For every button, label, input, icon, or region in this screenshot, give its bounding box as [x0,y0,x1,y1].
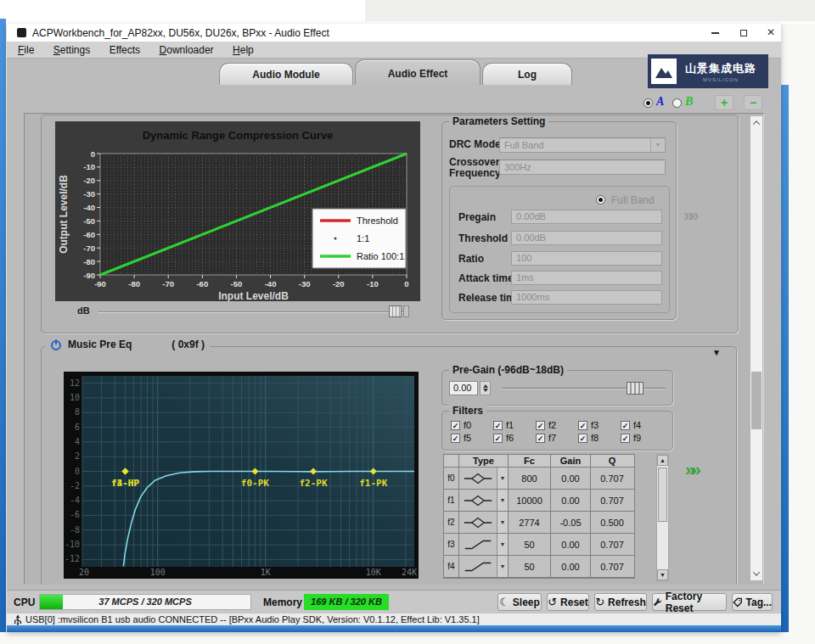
scroll-up-icon[interactable]: ▲ [657,455,668,466]
filter-checkbox-f0[interactable]: ✓f0 [451,420,493,430]
filter-table-scrollbar[interactable]: ▲ ▼ [656,454,669,581]
filter-gain-cell[interactable]: 0.00 [551,468,591,489]
filter-checkbox-f7[interactable]: ✓f7 [536,433,578,443]
tab-audio-effect[interactable]: Audio Effect [355,59,481,85]
chevron-down-icon[interactable]: ▼ [650,138,665,152]
chevron-down-icon[interactable]: ▼ [497,490,508,511]
filter-fc-cell[interactable]: 2774 [509,512,551,533]
filter-gain-cell[interactable]: 0.00 [551,534,591,555]
filter-q-cell[interactable]: 0.707 [591,556,633,577]
svg-text:-70: -70 [83,244,95,253]
scrollbar-down-button[interactable] [750,567,762,580]
ratio-input[interactable]: 100 [511,251,662,266]
checkbox-checked-icon[interactable]: ✓ [493,434,503,443]
sleep-button[interactable]: ☾ Sleep [497,593,542,611]
svg-text:-50: -50 [83,216,95,226]
db-slider-track[interactable] [98,311,409,312]
filter-type-select[interactable]: ▼ [459,468,509,489]
filter-checkbox-f9[interactable]: ✓f9 [621,433,663,443]
checkbox-checked-icon[interactable]: ✓ [578,421,587,430]
filter-q-cell[interactable]: 0.707 [591,490,633,511]
menu-downloader[interactable]: Downloader [152,42,222,59]
checkbox-checked-icon[interactable]: ✓ [451,434,460,443]
release-time-input[interactable]: 1000ms [511,290,662,305]
checkbox-checked-icon[interactable]: ✓ [621,434,630,443]
status-text: USB[0] :mvsilicon B1 usb audio CONNECTED… [25,614,480,624]
content-scrollbar[interactable] [750,116,762,580]
menu-help[interactable]: Help [225,42,261,59]
filter-gain-cell[interactable]: 0.00 [551,556,591,577]
pregain-input[interactable]: 0.00dB [511,210,662,224]
reset-button[interactable]: ↺ Reset [547,593,589,611]
filter-checkbox-f2[interactable]: ✓f2 [536,420,578,430]
preset-b-radio[interactable] [672,98,682,108]
threshold-input[interactable]: 0.00dB [511,231,662,245]
stepper-up-icon[interactable] [483,384,488,388]
chevron-down-icon[interactable]: ▼ [497,468,508,489]
content-scroll-thumb[interactable] [751,372,762,429]
attack-time-input[interactable]: 1ms [511,271,662,285]
band-parameters-box: Full Band Pregain 0.00dB Threshold 0.00d… [449,186,670,313]
brand-text: 山景集成电路 MVSILICON [677,61,765,82]
pre-gain-value-input[interactable]: 0.00 [449,381,478,395]
checkbox-checked-icon[interactable]: ✓ [578,434,587,443]
checkbox-checked-icon[interactable]: ✓ [536,434,545,443]
tag-button[interactable]: Tag... [732,593,773,611]
close-button[interactable]: ✕ [759,24,781,42]
chevron-down-icon[interactable]: ▼ [497,512,508,533]
svg-text:Output Level/dB: Output Level/dB [58,175,70,254]
tab-log[interactable]: Log [482,63,572,85]
scroll-down-icon[interactable]: ▼ [657,569,668,580]
checkbox-checked-icon[interactable]: ✓ [493,421,503,430]
pre-gain-stepper[interactable] [480,381,491,395]
chevron-down-icon[interactable]: ▼ [497,556,508,577]
filter-type-select[interactable]: ▼ [459,490,509,511]
pre-gain-slider-handle[interactable] [627,382,644,395]
filter-gain-cell[interactable]: 0.00 [551,490,591,511]
filter-checkbox-f5[interactable]: ✓f5 [451,433,493,443]
preset-a-radio[interactable] [644,98,653,108]
filter-gain-cell[interactable]: -0.05 [551,512,591,533]
filter-fc-cell[interactable]: 10000 [509,490,551,511]
filter-checkbox-f4[interactable]: ✓f4 [621,420,663,430]
filter-type-select[interactable]: ▼ [459,556,509,577]
full-band-radio-label: Full Band [611,194,655,206]
filter-q-cell[interactable]: 0.707 [591,534,633,555]
filter-table-scroll-thumb[interactable] [658,468,667,522]
filter-q-cell[interactable]: 0.707 [591,468,633,489]
drc-mode-select[interactable]: Full Band ▼ [499,137,666,153]
filter-type-select[interactable]: ▼ [459,512,509,533]
tab-audio-module[interactable]: Audio Module [219,63,353,85]
checkbox-checked-icon[interactable]: ✓ [536,421,545,430]
full-band-radio[interactable] [596,195,605,204]
chevron-down-icon[interactable]: ▼ [497,534,508,555]
remove-button[interactable]: − [744,95,762,110]
crossover-frequency-input[interactable]: 300Hz [499,160,666,175]
filter-fc-cell[interactable]: 50 [509,556,551,577]
filter-checkbox-f1[interactable]: ✓f1 [493,420,536,430]
filter-checkbox-f8[interactable]: ✓f8 [578,433,621,443]
title-bar[interactable]: ACPWorkbench_for_AP82xx, DU56x, DU26x, B… [7,24,781,42]
refresh-button[interactable]: ↻ Refresh [594,593,647,611]
menu-file[interactable]: File [10,42,42,59]
menu-effects[interactable]: Effects [102,42,148,59]
filter-fc-cell[interactable]: 800 [509,468,551,489]
filter-fc-cell[interactable]: 50 [509,534,551,555]
stepper-down-icon[interactable] [483,389,488,392]
checkbox-checked-icon[interactable]: ✓ [451,421,460,430]
collapse-section-icon[interactable]: ▼ [712,348,721,357]
maximize-button[interactable] [732,24,756,42]
svg-text:6: 6 [75,423,80,432]
menu-settings[interactable]: Settings [46,42,98,59]
db-slider-handle[interactable] [389,305,402,317]
power-icon[interactable] [50,339,62,350]
filter-checkbox-f3[interactable]: ✓f3 [578,420,621,430]
checkbox-checked-icon[interactable]: ✓ [621,421,630,430]
filter-checkbox-f6[interactable]: ✓f6 [493,433,536,443]
add-button[interactable]: + [715,95,734,110]
filter-q-cell[interactable]: 0.500 [591,512,633,533]
scrollbar-up-button[interactable] [750,116,762,130]
factory-reset-button[interactable]: Factory Reset [652,593,727,611]
filter-type-select[interactable]: ▼ [459,534,509,555]
minimize-button[interactable] [703,24,727,42]
